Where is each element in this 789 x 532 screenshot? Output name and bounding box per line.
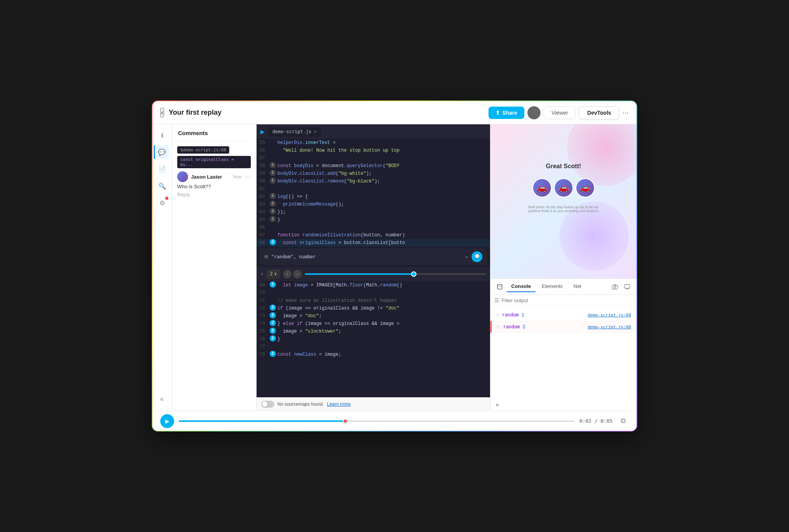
back-button[interactable]: ‹ (160, 108, 164, 117)
filter-icon: ☰ (494, 297, 499, 303)
line-badge-empty (270, 147, 276, 153)
tab-devtools[interactable]: DevTools (579, 106, 619, 119)
code-line: 77 (257, 343, 490, 351)
camera-icon[interactable] (609, 281, 620, 292)
collapse-sidebar-button[interactable]: « (160, 395, 164, 403)
code-text: } (277, 216, 280, 224)
line-number: 71 (258, 297, 270, 304)
sidebar-item-search[interactable]: 🔍 (155, 179, 169, 193)
code-line: 78 2 const newClass = image; (257, 351, 490, 358)
comment-file-ref: $demo-script.js:68 (177, 146, 229, 154)
car-icon-3: 🚗 (576, 178, 595, 197)
settings-icon: ⚙ (159, 199, 165, 207)
code-text: "Well done! Now hit the stop button up t… (277, 147, 400, 154)
chevron-down-icon[interactable]: ∨ (274, 270, 277, 278)
share-button[interactable]: ⬆ Share (489, 107, 524, 119)
reply-button[interactable]: Reply (177, 192, 251, 197)
line-number: 59 (258, 170, 270, 177)
timeline-progress (179, 420, 345, 422)
code-line: 73 2 image = "doc"; (257, 312, 490, 320)
devtools-tabs: Console Elements Net (490, 279, 636, 295)
line-badge-2: 2 (270, 281, 276, 288)
play-button[interactable]: ▶ (160, 414, 174, 428)
share-icon: ⬆ (495, 110, 500, 116)
editor-tab-demo-script[interactable]: demo-script.js × (268, 127, 321, 137)
comment-bubble-button[interactable]: 💬 (472, 251, 482, 262)
screen-icon[interactable] (622, 281, 633, 292)
share-label: Share (502, 110, 517, 116)
comment-code-snippet: const originalClass = bu... (177, 156, 251, 168)
tab-console[interactable]: Console (507, 281, 536, 292)
devtools-expand-button[interactable]: » (490, 398, 636, 411)
log-text: random 2 (503, 324, 584, 330)
code-text: if (image == originalClass && image != "… (277, 304, 400, 312)
sidebar-item-info[interactable]: ℹ (155, 128, 169, 142)
code-line: 57 (257, 154, 490, 162)
car-icon-1: 🚗 (532, 178, 552, 197)
code-line: 59 1 bodyDiv.classList.add("bg-white"); (257, 170, 490, 177)
sidebar-item-comments[interactable]: 💬 (154, 145, 169, 159)
sourcemaps-toggle[interactable] (261, 401, 274, 408)
tab-viewer[interactable]: Viewer (544, 106, 576, 119)
filter-input[interactable] (502, 298, 633, 303)
code-line: 70 (257, 289, 490, 297)
bottom-bar: ▶ 0:02 / 0:05 ⧉ (153, 411, 636, 431)
line-number: 77 (258, 343, 270, 351)
log-source-link[interactable]: demo-script.js:68 (588, 325, 631, 330)
car-icon-2: 🚗 (554, 178, 573, 197)
line-number: 63 (258, 201, 270, 208)
preview-title: Great Scott! (546, 163, 581, 170)
progress-slider[interactable] (305, 273, 486, 275)
editor-tabs: ▶ demo-script.js × (257, 124, 490, 139)
devtools-cursor-icon[interactable] (494, 281, 505, 292)
timeline[interactable] (179, 420, 575, 422)
code-lines: 55 helperDiv.innerText = 56 "Well done! … (257, 139, 490, 397)
line-badge-empty (270, 289, 276, 295)
code-text: image = "clocktower"; (277, 328, 341, 335)
comment-author-row: Jason Laster Now ⋯ (177, 171, 251, 182)
tab-elements[interactable]: Elements (537, 281, 567, 292)
line-badge-empty (270, 224, 276, 230)
step-next-button[interactable]: › (293, 270, 302, 278)
line-number: 58 (258, 162, 270, 170)
code-text: } else if (image == originalClass && ima… (277, 320, 400, 328)
line-badge-empty (270, 139, 276, 145)
code-line: 72 2 if (image == originalClass && image… (257, 304, 490, 312)
line-number: 60 (258, 177, 270, 185)
comment-more-button[interactable]: ⋯ (245, 173, 251, 181)
svg-rect-0 (497, 284, 502, 289)
step-number: 2 (270, 270, 272, 278)
tab-close-button[interactable]: × (314, 129, 316, 134)
code-text: image = "doc"; (277, 312, 322, 320)
sidebar: ℹ 💬 📄 🔍 ⚙ « (153, 124, 172, 411)
record-button[interactable]: ⧉ (617, 415, 629, 427)
page-title: Your first replay (169, 109, 489, 117)
code-line: 56 "Well done! Now hit the stop button u… (257, 147, 490, 154)
more-menu-button[interactable]: ··· (622, 108, 629, 117)
svg-rect-2 (612, 285, 618, 289)
comment-item: $demo-script.js:68 const originalClass =… (172, 142, 256, 202)
time-display: 0:02 / 0:05 (579, 418, 613, 424)
code-line: 76 2 } (257, 335, 490, 343)
step-prev-button[interactable]: ‹ (283, 270, 292, 278)
edit-icon[interactable]: ✏ (465, 253, 468, 261)
play-icon: ▶ (165, 418, 170, 424)
prev-button[interactable]: ‹ (260, 270, 264, 278)
svg-point-3 (614, 286, 616, 288)
sidebar-item-document[interactable]: 📄 (155, 162, 169, 176)
code-text: }); (277, 208, 286, 216)
tab-network[interactable]: Net (569, 281, 586, 292)
code-editor: 55 helperDiv.innerText = 56 "Well done! … (257, 139, 490, 397)
line-badge-1: 1 (270, 162, 276, 168)
comments-header: Comments (172, 124, 256, 142)
log-source-link[interactable]: demo-script.js:68 (588, 313, 631, 318)
learn-more-link[interactable]: Learn more (327, 402, 351, 407)
avatar[interactable] (527, 106, 541, 119)
step-badge: 2 ∨ (267, 269, 280, 279)
code-text: function randomizeIllustration(button, n… (277, 231, 405, 239)
code-line: 62 1 log(() => { (257, 193, 490, 201)
line-badge-2: 2 (270, 335, 276, 341)
toggle-knob (262, 402, 267, 407)
tab-filename: demo-script.js (272, 129, 311, 134)
sidebar-item-settings[interactable]: ⚙ (155, 196, 169, 210)
